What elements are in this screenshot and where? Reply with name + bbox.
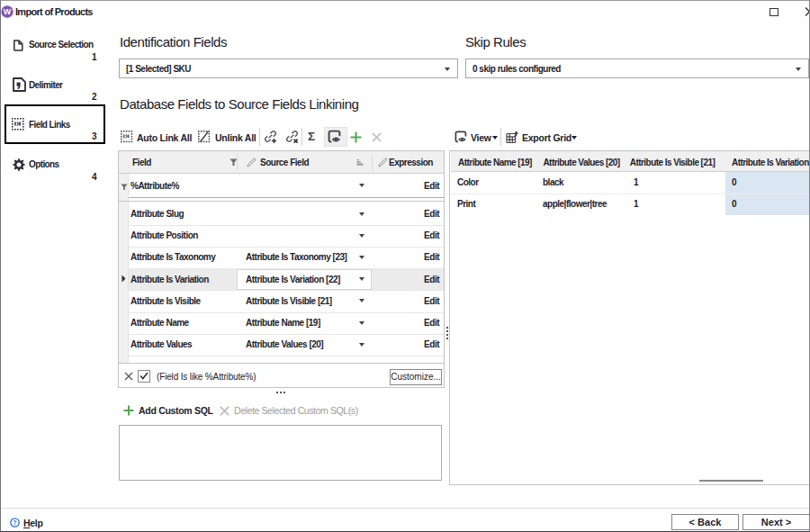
svg-text:W: W [4, 7, 12, 16]
svg-text:?: ? [13, 519, 16, 526]
